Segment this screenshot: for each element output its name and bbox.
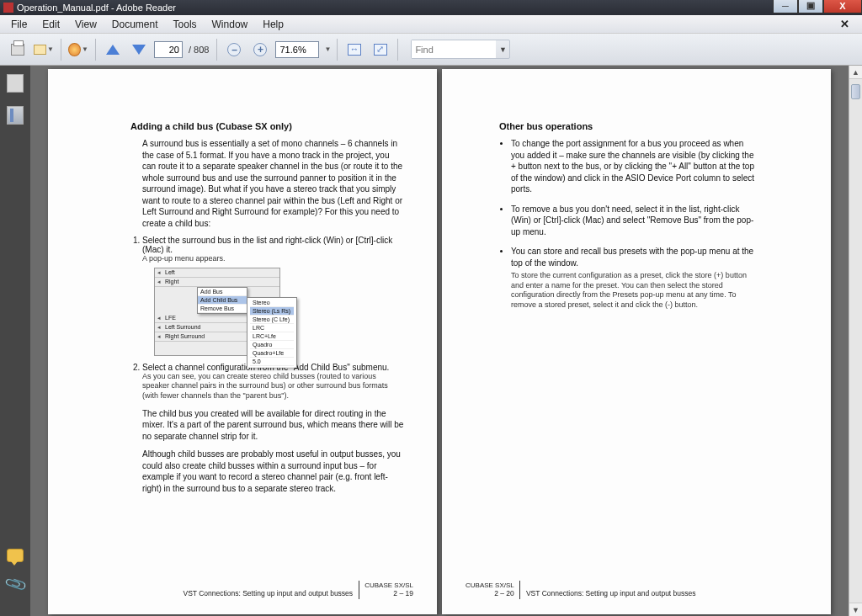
fit-width-icon xyxy=(348,44,361,56)
window-titlebar: Operation_Manual.pdf - Adobe Reader ─ ▣ … xyxy=(0,0,862,15)
body-paragraph: The child bus you created will be availa… xyxy=(142,408,405,443)
page-footer-left: VST Connections: Setting up input and ou… xyxy=(183,581,413,599)
section-heading: Other bus operations xyxy=(499,121,757,131)
fit-width-button[interactable] xyxy=(343,39,365,61)
document-close-button[interactable]: ✕ xyxy=(833,15,857,33)
scroll-down-arrow[interactable]: ▼ xyxy=(849,603,862,616)
pdf-page-right: Other bus operations To change the port … xyxy=(442,69,831,614)
arrow-down-icon xyxy=(132,45,146,55)
pdf-page-left: Adding a child bus (Cubase SX only) A su… xyxy=(48,69,437,614)
attachments-panel-icon[interactable]: 📎 xyxy=(3,572,27,597)
menu-edit[interactable]: Edit xyxy=(35,16,67,33)
body-paragraph: Although child busses are probably most … xyxy=(142,449,405,494)
comments-panel-icon[interactable] xyxy=(7,549,24,562)
window-title: Operation_Manual.pdf - Adobe Reader xyxy=(17,3,176,13)
pages-panel-icon[interactable] xyxy=(7,74,24,93)
embedded-screenshot: ◂Left ◂Right Add Bus Add Child Bus Remov… xyxy=(154,268,280,356)
print-button[interactable] xyxy=(7,39,29,61)
window-maximize-button[interactable]: ▣ xyxy=(798,0,823,13)
step-subtext: As you can see, you can create stereo ch… xyxy=(142,372,405,401)
collaborate-icon xyxy=(68,43,81,56)
vertical-scrollbar[interactable]: ▲ ▼ xyxy=(849,66,862,616)
step-text: Select the surround bus in the list and … xyxy=(142,236,405,254)
page-count-label: / 808 xyxy=(189,45,209,55)
arrow-up-icon xyxy=(106,45,120,55)
bullet-subtext: To store the current configuration as a … xyxy=(511,271,757,311)
bullet-item: You can store and recall bus presets wit… xyxy=(511,246,757,311)
mail-icon xyxy=(34,45,46,55)
plus-icon: + xyxy=(253,43,267,56)
window-close-button[interactable]: X xyxy=(823,0,862,13)
pdf-icon xyxy=(3,3,13,13)
menu-document[interactable]: Document xyxy=(104,16,166,33)
zoom-in-button[interactable]: + xyxy=(249,39,271,61)
main-toolbar: ▼ ▼ / 808 – + ▼ ▼ xyxy=(0,34,862,66)
step-subtext: A pop-up menu appears. xyxy=(142,254,405,264)
menu-file[interactable]: File xyxy=(3,16,35,33)
menu-help[interactable]: Help xyxy=(255,16,291,33)
find-input[interactable] xyxy=(412,40,496,58)
toolbar-separator xyxy=(61,39,61,61)
fit-page-icon xyxy=(374,44,387,56)
bullet-item: To change the port assignment for a bus … xyxy=(511,138,757,195)
prev-page-button[interactable] xyxy=(102,39,124,61)
find-field-wrapper: ▼ xyxy=(411,40,510,59)
fit-page-button[interactable] xyxy=(370,39,391,61)
menu-bar: File Edit View Document Tools Window Hel… xyxy=(0,15,862,34)
window-minimize-button[interactable]: ─ xyxy=(773,0,798,13)
find-dropdown[interactable]: ▼ xyxy=(496,45,509,54)
menu-window[interactable]: Window xyxy=(205,16,256,33)
email-button[interactable]: ▼ xyxy=(33,39,55,61)
document-view-area: Adding a child bus (Cubase SX only) A su… xyxy=(30,66,862,616)
printer-icon xyxy=(11,44,24,56)
toolbar-separator xyxy=(337,39,338,61)
minus-icon: – xyxy=(227,43,241,56)
zoom-level-input[interactable] xyxy=(275,41,319,58)
menu-view[interactable]: View xyxy=(67,16,104,33)
toolbar-separator xyxy=(95,39,96,61)
page-footer-right: CUBASE SX/SL2 – 20 VST Connections: Sett… xyxy=(466,581,696,599)
toolbar-separator xyxy=(397,39,398,61)
bookmarks-panel-icon[interactable] xyxy=(7,106,24,125)
menu-tools[interactable]: Tools xyxy=(166,16,205,33)
page-number-input[interactable] xyxy=(154,41,183,58)
scroll-thumb[interactable] xyxy=(851,84,860,99)
zoom-out-button[interactable]: – xyxy=(223,39,245,61)
section-heading: Adding a child bus (Cubase SX only) xyxy=(130,121,405,131)
navigation-panel: 📎 xyxy=(0,66,30,616)
scroll-track[interactable] xyxy=(849,79,862,603)
toolbar-separator xyxy=(216,39,217,61)
body-paragraph: A surround bus is essentially a set of m… xyxy=(142,138,405,229)
zoom-dropdown[interactable]: ▼ xyxy=(324,45,331,53)
collaborate-button[interactable]: ▼ xyxy=(67,39,89,61)
next-page-button[interactable] xyxy=(128,39,150,61)
bullet-item: To remove a bus you don't need, select i… xyxy=(511,204,757,238)
scroll-up-arrow[interactable]: ▲ xyxy=(849,66,862,79)
